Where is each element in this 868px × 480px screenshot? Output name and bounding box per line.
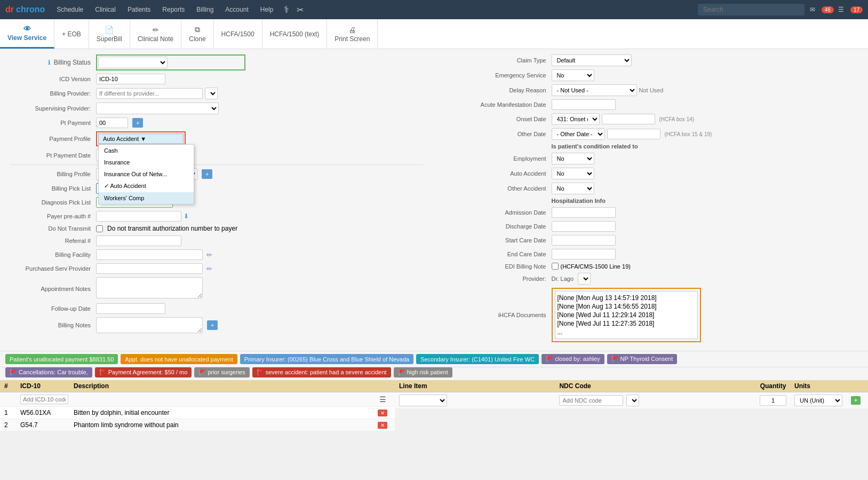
right-panel: Claim Type Default Emergency Service No … [434, 49, 869, 351]
ndc-type-select[interactable] [626, 395, 639, 406]
toolbar-superbill[interactable]: 📄 SuperBill [89, 19, 130, 49]
appt-notes-textarea[interactable] [96, 277, 203, 298]
logo-dr: dr [5, 5, 14, 14]
dropdown-auto-accident[interactable]: Auto Accident [99, 180, 194, 192]
payer-preauth-row: Payer pre-auth # ⬇ [11, 211, 424, 222]
auto-accident-select[interactable]: No [552, 168, 594, 179]
delay-reason-select[interactable]: - Not Used - [552, 84, 637, 96]
billing-profile-add-btn[interactable]: + [202, 169, 212, 179]
mail-icon[interactable]: ✉ [810, 6, 815, 13]
icd-menu-icon[interactable]: ☰ [379, 395, 386, 404]
purchased-serv-input[interactable] [96, 263, 203, 274]
banners-row2: 🚩 Cancellations: Car trouble, 🚩 Payment … [0, 367, 868, 380]
payment-profile-selected[interactable]: Auto Accident ▼ [98, 133, 184, 144]
end-care-input[interactable] [552, 249, 616, 259]
toolbar-clinical-note[interactable]: ✏ Clinical Note [130, 19, 181, 49]
nav-schedule[interactable]: Schedule [51, 3, 89, 17]
employment-select[interactable]: No [552, 153, 594, 164]
claim-type-select[interactable]: Default [552, 54, 632, 66]
ndc-input[interactable] [559, 395, 623, 406]
onset-date-input[interactable] [602, 114, 655, 124]
billing-notes-add-btn[interactable]: + [207, 320, 218, 330]
emergency-service-select[interactable]: No [552, 69, 594, 81]
banner-np-thyroid: 🚩 NP Thyroid Consent [607, 354, 678, 364]
nav-reports[interactable]: Reports [157, 3, 190, 17]
pt-payment-input[interactable] [96, 117, 128, 128]
billing-facility-input[interactable] [96, 249, 203, 260]
menu-icon[interactable]: ☰ [838, 6, 844, 13]
banners-row1: Patient's unallocated payment $8831.50 A… [0, 351, 868, 367]
dropdown-insurance[interactable]: Insurance [99, 156, 194, 168]
start-care-input[interactable] [552, 235, 616, 246]
payment-profile-control: Auto Accident ▼ Cash Insurance Insurance… [96, 131, 245, 146]
toolbar-view-service[interactable]: 👁 View Service [0, 19, 54, 49]
purchased-serv-edit-btn[interactable]: ✏ [205, 265, 214, 273]
line-item-select[interactable] [399, 395, 447, 406]
payment-profile-dropdown-wrapper: Auto Accident ▼ Cash Insurance Insurance… [98, 133, 184, 144]
icd-version-label: ICD Version [11, 76, 96, 82]
followup-date-input[interactable] [96, 303, 165, 314]
dropdown-insurance-out[interactable]: Insurance Out of Netw... [99, 168, 194, 180]
other-accident-select[interactable]: No [552, 183, 594, 194]
ihcfa-box: [None [Mon Aug 13 14:57:19 2018] [None [… [552, 288, 701, 342]
toolbar-clone[interactable]: ⧉ Clone [181, 19, 213, 49]
discharge-date-input[interactable] [552, 221, 616, 232]
toolbar-eob[interactable]: + EOB [54, 19, 89, 49]
toolbar-hcfa1500[interactable]: HCFA/1500 [214, 19, 262, 49]
add-line-item-btn[interactable]: + [851, 396, 860, 405]
do-not-transmit-checkbox[interactable] [96, 225, 103, 232]
ihcfa-list: [None [Mon Aug 13 14:57:19 2018] [None [… [555, 291, 698, 339]
purchased-serv-label: Purchased Serv Provider [11, 265, 96, 272]
condition-related-heading: Is patient's condition related to [552, 143, 638, 149]
supervising-provider-select[interactable] [96, 103, 219, 114]
billing-notes-textarea[interactable] [96, 317, 203, 333]
billing-facility-edit-btn[interactable]: ✏ [205, 251, 214, 259]
edi-billing-note-checkbox[interactable] [552, 263, 559, 270]
end-care-control [552, 249, 722, 259]
clone-icon: ⧉ [195, 25, 200, 34]
payer-preauth-download-icon[interactable]: ⬇ [184, 213, 189, 220]
nav-help[interactable]: Help [255, 3, 279, 17]
do-not-transmit-checkbox-label[interactable]: Do not transmit authorization number to … [96, 225, 245, 232]
referral-row: Referral # [11, 235, 424, 246]
dropdown-workers-comp[interactable]: Workers' Comp [99, 192, 194, 204]
supervising-provider-label: Supervising Provider: [11, 105, 96, 112]
search-input[interactable] [698, 4, 805, 15]
referral-label: Referral # [11, 238, 96, 244]
quantity-input[interactable] [760, 395, 786, 406]
admission-date-input[interactable] [552, 207, 616, 218]
icd-row1-delete-btn[interactable]: ✕ [378, 410, 387, 416]
billing-provider-control [96, 88, 245, 99]
icd-version-input[interactable] [96, 74, 165, 84]
toolbar-hcfa1500text[interactable]: HCFA/1500 (text) [262, 19, 328, 49]
toolbar-print-screen[interactable]: 🖨 Print Screen [327, 19, 378, 49]
payer-preauth-input[interactable] [96, 211, 181, 222]
units-select[interactable]: UN (Unit) [794, 395, 842, 406]
acute-manifestation-input[interactable] [552, 99, 616, 110]
toolbar-clone-label: Clone [189, 35, 205, 43]
pt-payment-add-btn[interactable]: + [132, 118, 143, 128]
nav-clinical[interactable]: Clinical [90, 3, 121, 17]
referral-input[interactable] [96, 235, 181, 246]
tool-icon2: ✂ [294, 5, 306, 15]
provider-control: Dr. Lago [552, 273, 722, 285]
icd-row2-code: G54.7 [20, 421, 74, 429]
provider-select[interactable] [578, 273, 591, 285]
onset-date-select[interactable]: 431: Onset d [552, 113, 600, 125]
tool-icon1: ⚕ [280, 4, 293, 15]
nav-account[interactable]: Account [220, 3, 253, 17]
employment-label: Employment [445, 155, 552, 162]
billing-provider-select[interactable] [205, 88, 218, 99]
nav-billing[interactable]: Billing [191, 3, 219, 17]
icd-row2-delete-btn[interactable]: ✕ [378, 422, 387, 429]
add-icd-input[interactable] [20, 395, 68, 404]
toolbar-hcfa1500-label: HCFA/1500 [221, 30, 254, 38]
auto-accident-row: Auto Accident No [445, 168, 858, 179]
billing-provider-input[interactable] [96, 88, 203, 99]
billing-status-select[interactable] [98, 57, 168, 68]
other-date-select[interactable]: - Other Date - [552, 128, 605, 140]
dropdown-cash[interactable]: Cash [99, 145, 194, 156]
nav-patients[interactable]: Patients [122, 3, 156, 17]
other-date-input[interactable] [607, 129, 660, 139]
ihcfa-label: iHCFA Documents [445, 312, 552, 318]
